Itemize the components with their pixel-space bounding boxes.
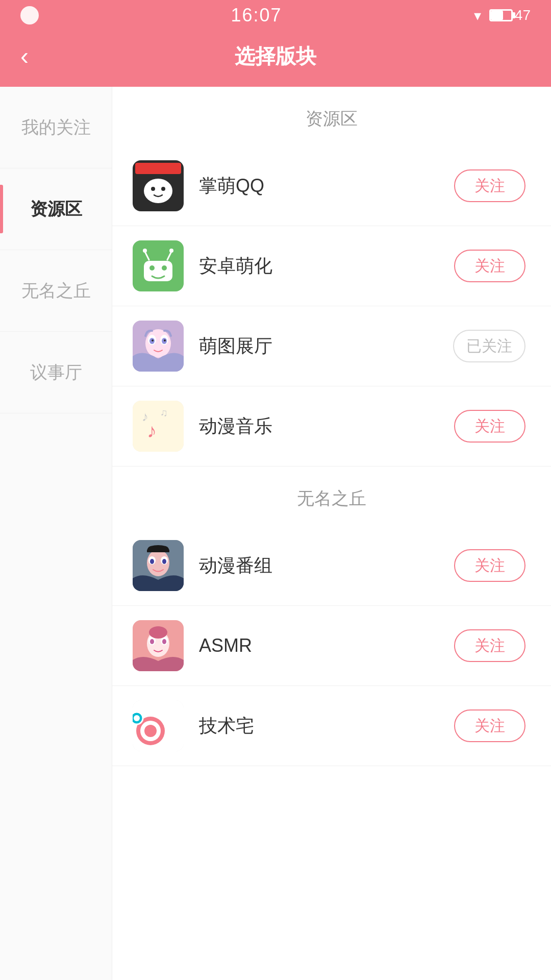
forum-name-asmr: ASMR <box>199 635 439 656</box>
svg-point-39 <box>149 626 167 639</box>
qq-icon-svg <box>133 160 184 211</box>
svg-point-30 <box>150 559 154 564</box>
forum-icon-asmr <box>133 620 184 671</box>
back-button[interactable]: ‹ <box>20 44 29 68</box>
page-title: 选择版块 <box>235 42 316 70</box>
svg-point-19 <box>152 339 154 341</box>
svg-point-3 <box>151 187 155 191</box>
sidebar-item-noname-hill[interactable]: 无名之丘 <box>0 250 112 332</box>
forum-item-tech-otaku: 技术宅 关注 <box>112 686 551 766</box>
follow-btn-anime-music[interactable]: 关注 <box>454 410 525 443</box>
moe-gallery-icon-svg <box>133 321 184 372</box>
forum-item-asmr: ASMR 关注 <box>112 606 551 686</box>
svg-point-8 <box>162 265 167 271</box>
forum-icon-moe-gallery <box>133 321 184 372</box>
svg-rect-21 <box>133 401 184 452</box>
follow-btn-android[interactable]: 关注 <box>454 250 525 282</box>
anime-series-icon-svg <box>133 540 184 591</box>
battery-rect <box>489 9 513 21</box>
svg-point-7 <box>149 265 155 271</box>
follow-btn-asmr[interactable]: 关注 <box>454 629 525 662</box>
sidebar-label-noname-hill: 无名之丘 <box>21 279 91 303</box>
sidebar-label-resources: 资源区 <box>30 198 82 221</box>
main-layout: 我的关注 资源区 无名之丘 议事厅 资源区 <box>0 87 551 980</box>
status-circle <box>20 6 39 24</box>
forum-icon-anime-music: ♪ ♫ ♪ <box>133 401 184 452</box>
status-icons: ▾ 47 <box>474 7 531 24</box>
wifi-icon: ▾ <box>474 7 481 24</box>
asmr-icon-svg <box>133 620 184 671</box>
forum-item-anime-series: 动漫番组 关注 <box>112 526 551 606</box>
section-header-resources: 资源区 <box>112 87 551 146</box>
forum-name-anime-music: 动漫音乐 <box>199 414 439 439</box>
status-bar: 16:07 ▾ 47 <box>0 0 551 31</box>
forum-icon-android <box>133 240 184 291</box>
sidebar-item-resources[interactable]: 资源区 <box>0 168 112 250</box>
tech-icon-svg <box>133 700 184 751</box>
forum-item-android: 安卓萌化 关注 <box>112 226 551 306</box>
battery-fill <box>491 11 503 20</box>
forum-name-moe-gallery: 萌图展厅 <box>199 334 438 359</box>
sidebar-item-council[interactable]: 议事厅 <box>0 332 112 413</box>
header: ‹ 选择版块 <box>0 31 551 87</box>
forum-name-android: 安卓萌化 <box>199 254 439 279</box>
section-header-noname: 无名之丘 <box>112 467 551 526</box>
android-icon-svg <box>133 240 184 291</box>
svg-point-11 <box>143 249 147 253</box>
forum-icon-tech-otaku <box>133 700 184 751</box>
follow-btn-anime-series[interactable]: 关注 <box>454 549 525 582</box>
sidebar-item-my-follows[interactable]: 我的关注 <box>0 87 112 168</box>
svg-point-12 <box>169 249 173 253</box>
status-time: 16:07 <box>231 5 282 26</box>
forum-name-anime-series: 动漫番组 <box>199 553 439 578</box>
follow-btn-moe-gallery[interactable]: 已关注 <box>453 330 525 362</box>
forum-item-moe-gallery: 萌图展厅 已关注 <box>112 306 551 386</box>
battery-num: 47 <box>515 7 531 23</box>
forum-item-anime-music: ♪ ♫ ♪ 动漫音乐 关注 <box>112 386 551 467</box>
battery-indicator: 47 <box>489 7 531 23</box>
svg-point-38 <box>162 639 166 644</box>
content-area: 资源区 掌萌QQ 关注 <box>112 87 551 980</box>
forum-item-qq: 掌萌QQ 关注 <box>112 146 551 226</box>
forum-icon-qq <box>133 160 184 211</box>
svg-rect-1 <box>135 163 181 174</box>
sidebar-label-council: 议事厅 <box>30 361 82 384</box>
svg-point-20 <box>164 339 166 341</box>
follow-btn-qq[interactable]: 关注 <box>454 169 525 202</box>
battery-tip <box>513 12 515 18</box>
follow-btn-tech-otaku[interactable]: 关注 <box>454 709 525 742</box>
svg-point-37 <box>150 639 154 644</box>
sidebar: 我的关注 资源区 无名之丘 议事厅 <box>0 87 112 980</box>
svg-point-45 <box>134 715 140 721</box>
forum-name-qq: 掌萌QQ <box>199 174 439 199</box>
svg-point-2 <box>144 179 172 203</box>
svg-point-43 <box>144 725 157 737</box>
svg-point-31 <box>162 559 166 564</box>
svg-text:♫: ♫ <box>160 407 168 418</box>
anime-music-icon-svg: ♪ ♫ ♪ <box>133 401 184 452</box>
svg-point-4 <box>161 187 165 191</box>
forum-name-tech-otaku: 技术宅 <box>199 714 439 739</box>
forum-icon-anime-series <box>133 540 184 591</box>
sidebar-label-my-follows: 我的关注 <box>21 116 91 139</box>
svg-text:♪: ♪ <box>147 420 157 442</box>
